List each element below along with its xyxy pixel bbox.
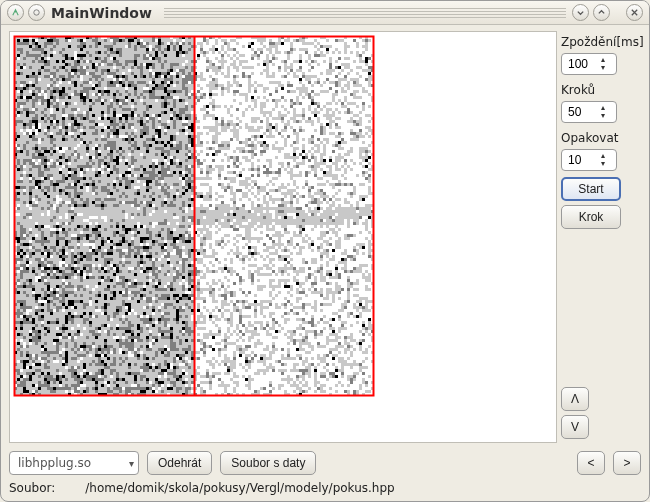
next-button[interactable]: > <box>613 451 641 475</box>
delay-spinbox[interactable]: ▴ ▾ <box>561 53 617 75</box>
repeat-input[interactable] <box>568 153 598 167</box>
maximize-icon[interactable] <box>593 4 610 21</box>
plugin-combobox[interactable]: libhpplug.so ▾ <box>9 451 139 475</box>
sticky-icon[interactable] <box>28 4 45 21</box>
start-button[interactable]: Start <box>561 177 621 201</box>
status-bar: Soubor: /home/domik/skola/pokusy/Vergl/m… <box>1 479 649 501</box>
titlebar: MainWindow <box>1 1 649 25</box>
window-title: MainWindow <box>51 5 152 21</box>
bottom-toolbar: libhpplug.so ▾ Odehrát Soubor s daty < > <box>1 445 649 479</box>
steps-down-icon[interactable]: ▾ <box>598 112 608 120</box>
chevron-down-icon: ▾ <box>129 458 134 469</box>
side-panel: Zpoždění[ms] ▴ ▾ Kroků ▴ ▾ Opako <box>557 25 649 445</box>
play-button[interactable]: Odehrát <box>147 451 212 475</box>
steps-input[interactable] <box>568 105 598 119</box>
titlebar-decoration <box>164 8 566 18</box>
status-path: /home/domik/skola/pokusy/Vergl/modely/po… <box>85 481 394 495</box>
step-button[interactable]: Krok <box>561 205 621 229</box>
delay-down-icon[interactable]: ▾ <box>598 64 608 72</box>
main-window: MainWindow Zpoždění[ms] <box>0 0 650 502</box>
status-label: Soubor: <box>9 481 55 495</box>
app-menu-icon[interactable] <box>7 4 24 21</box>
simulation-viewport <box>9 31 557 443</box>
main-row: Zpoždění[ms] ▴ ▾ Kroků ▴ ▾ Opako <box>1 25 649 445</box>
scroll-down-button[interactable]: V <box>561 415 589 439</box>
steps-label: Kroků <box>561 83 641 97</box>
prev-button[interactable]: < <box>577 451 605 475</box>
repeat-down-icon[interactable]: ▾ <box>598 160 608 168</box>
minimize-icon[interactable] <box>572 4 589 21</box>
svg-point-0 <box>34 10 39 15</box>
app-body: Zpoždění[ms] ▴ ▾ Kroků ▴ ▾ Opako <box>1 25 649 501</box>
delay-input[interactable] <box>568 57 598 71</box>
datafile-button[interactable]: Soubor s daty <box>220 451 316 475</box>
steps-spinbox[interactable]: ▴ ▾ <box>561 101 617 123</box>
delay-label: Zpoždění[ms] <box>561 35 641 49</box>
simulation-canvas <box>10 32 542 442</box>
plugin-value: libhpplug.so <box>18 456 123 470</box>
close-icon[interactable] <box>626 4 643 21</box>
repeat-label: Opakovat <box>561 131 641 145</box>
scroll-up-button[interactable]: Λ <box>561 387 589 411</box>
repeat-spinbox[interactable]: ▴ ▾ <box>561 149 617 171</box>
